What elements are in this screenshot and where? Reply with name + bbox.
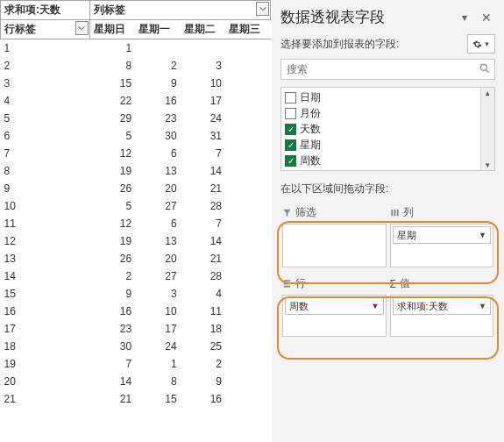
row-label[interactable]: 4 <box>1 92 90 110</box>
scroll-up-icon[interactable]: ▴ <box>485 88 491 98</box>
cell[interactable]: 22 <box>89 92 135 110</box>
row-label[interactable]: 13 <box>1 250 90 267</box>
table-row[interactable]: 9262021 <box>1 180 271 197</box>
cell[interactable] <box>225 232 270 250</box>
row-label[interactable]: 14 <box>1 267 90 285</box>
cell[interactable]: 21 <box>181 180 225 197</box>
cell[interactable]: 3 <box>181 57 225 75</box>
layout-options-button[interactable]: ▼ <box>467 34 495 53</box>
cell[interactable]: 2 <box>89 267 135 285</box>
cell[interactable]: 19 <box>89 162 135 180</box>
cell[interactable]: 13 <box>135 162 180 180</box>
cell[interactable]: 7 <box>181 145 225 162</box>
cell[interactable]: 9 <box>181 373 225 390</box>
cell[interactable]: 20 <box>135 180 180 197</box>
checkbox[interactable]: ✓ <box>285 124 296 135</box>
close-icon[interactable]: ✕ <box>478 11 495 25</box>
field-item[interactable]: ✓星期 <box>281 137 494 153</box>
table-row[interactable]: 1052728 <box>1 197 271 215</box>
scroll-down-icon[interactable]: ▾ <box>485 160 491 170</box>
cell[interactable]: 27 <box>135 197 180 215</box>
cell[interactable]: 24 <box>181 110 225 127</box>
table-row[interactable]: 11 <box>1 39 271 57</box>
cell[interactable]: 24 <box>135 338 180 355</box>
table-row[interactable]: 15934 <box>1 285 271 303</box>
table-row[interactable]: 19712 <box>1 355 271 373</box>
cell[interactable] <box>225 390 270 408</box>
checkbox[interactable] <box>285 108 296 119</box>
cell[interactable]: 14 <box>181 162 225 180</box>
checkbox[interactable]: ✓ <box>285 155 296 167</box>
cell[interactable]: 28 <box>181 197 225 215</box>
row-label[interactable]: 1 <box>1 39 90 57</box>
cell[interactable]: 18 <box>181 320 225 338</box>
row-label[interactable]: 9 <box>1 180 90 197</box>
table-row[interactable]: 315910 <box>1 75 271 92</box>
col-header[interactable]: 星期日 <box>89 20 135 39</box>
cell[interactable] <box>225 250 270 267</box>
cell[interactable]: 23 <box>135 110 180 127</box>
available-fields-list[interactable]: 日期月份✓天数✓星期✓周数 ▴ ▾ <box>280 87 495 171</box>
field-item[interactable]: ✓周数 <box>281 153 494 168</box>
cell[interactable]: 14 <box>181 232 225 250</box>
area-field-item[interactable]: 求和项:天数▼ <box>393 297 492 315</box>
cell[interactable]: 8 <box>89 57 135 75</box>
filter-drop-area[interactable] <box>282 224 387 267</box>
row-label[interactable]: 5 <box>1 110 90 127</box>
row-label[interactable]: 16 <box>1 303 90 320</box>
table-row[interactable]: 16161011 <box>1 303 271 320</box>
row-label[interactable]: 8 <box>1 162 90 180</box>
row-labels-header[interactable]: 行标签 <box>1 20 90 39</box>
table-row[interactable]: 201489 <box>1 373 271 390</box>
cell[interactable]: 6 <box>135 145 180 162</box>
cell[interactable]: 31 <box>181 127 225 145</box>
column-dropdown-icon[interactable] <box>256 2 269 16</box>
cell[interactable]: 5 <box>89 197 135 215</box>
cell[interactable] <box>225 215 270 232</box>
cell[interactable] <box>225 197 270 215</box>
value-field-header[interactable]: 求和项:天数 <box>1 1 90 20</box>
cell[interactable] <box>225 75 270 92</box>
field-item[interactable]: ✓天数 <box>281 121 494 137</box>
cell[interactable]: 14 <box>89 373 135 390</box>
row-label[interactable]: 17 <box>1 320 90 338</box>
cell[interactable]: 30 <box>135 127 180 145</box>
cell[interactable] <box>225 180 270 197</box>
cell[interactable]: 25 <box>181 338 225 355</box>
column-labels-header[interactable]: 列标签 <box>89 1 270 20</box>
cell[interactable]: 10 <box>181 75 225 92</box>
cell[interactable]: 21 <box>181 250 225 267</box>
col-header[interactable]: 星期三 <box>225 20 270 39</box>
cell[interactable] <box>225 355 270 373</box>
cell[interactable] <box>225 373 270 390</box>
area-field-item[interactable]: 星期▼ <box>393 226 492 244</box>
row-label[interactable]: 7 <box>1 145 90 162</box>
cell[interactable]: 17 <box>135 320 180 338</box>
columns-drop-area[interactable]: 星期▼ <box>390 224 494 267</box>
cell[interactable]: 11 <box>181 303 225 320</box>
checkbox[interactable]: ✓ <box>285 139 296 151</box>
cell[interactable] <box>225 127 270 145</box>
row-label[interactable]: 3 <box>1 75 90 92</box>
table-row[interactable]: 653031 <box>1 127 271 145</box>
cell[interactable] <box>225 57 270 75</box>
table-row[interactable]: 71267 <box>1 145 271 162</box>
cell[interactable]: 21 <box>89 390 135 408</box>
col-header[interactable]: 星期二 <box>181 20 225 39</box>
cell[interactable]: 9 <box>89 285 135 303</box>
cell[interactable]: 3 <box>135 285 180 303</box>
field-item[interactable]: 日期 <box>281 89 494 105</box>
cell[interactable]: 4 <box>181 285 225 303</box>
area-field-item[interactable]: 周数▼ <box>285 297 384 315</box>
table-row[interactable]: 18302425 <box>1 338 271 355</box>
row-label[interactable]: 12 <box>1 232 90 250</box>
cell[interactable]: 7 <box>181 215 225 232</box>
row-label[interactable]: 6 <box>1 127 90 145</box>
cell[interactable]: 17 <box>181 92 225 110</box>
row-label[interactable]: 2 <box>1 57 90 75</box>
rows-drop-area[interactable]: 周数▼ <box>282 295 387 337</box>
table-row[interactable]: 1422728 <box>1 267 271 285</box>
table-row[interactable]: 8191314 <box>1 162 271 180</box>
cell[interactable] <box>225 145 270 162</box>
cell[interactable] <box>225 338 270 355</box>
